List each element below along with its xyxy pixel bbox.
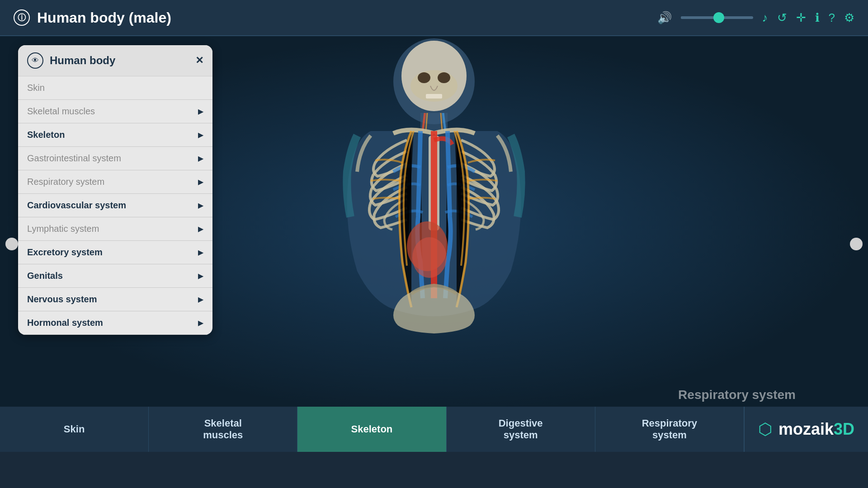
chevron-right-icon: ▶ (198, 131, 203, 139)
menu-item-lymphatic-system[interactable]: Lymphatic system▶ (18, 217, 212, 241)
volume-icon[interactable]: 🔊 (657, 11, 672, 25)
menu-item-gastrointestinal-system[interactable]: Gastrointestinal system▶ (18, 147, 212, 170)
menu-items-container: SkinSkeletal muscles▶Skeleton▶Gastrointe… (18, 76, 212, 335)
menu-item-respiratory-system[interactable]: Respiratory system▶ (18, 170, 212, 194)
bottom-tab-skeletal-muscles[interactable]: Skeletalmuscles (149, 407, 297, 452)
bottom-tab-respiratory-system[interactable]: Respiratorysystem (595, 407, 744, 452)
svg-point-4 (438, 72, 450, 83)
app-header: ⓘ Human body (male) 🔊 ♪ ↺ ✛ ℹ ? ⚙ (0, 0, 868, 36)
main-area: 👁 Human body ✕ SkinSkeletal muscles▶Skel… (0, 36, 868, 452)
mozaik-brand: ⬡ mozaik3D (744, 407, 868, 452)
reset-icon[interactable]: ↺ (777, 11, 787, 25)
respiratory-system-label: Respiratory system (678, 388, 796, 402)
chevron-right-icon: ▶ (198, 272, 203, 280)
bottom-tab-bar: SkinSkeletalmusclesSkeletonDigestivesyst… (0, 407, 868, 452)
right-dot[interactable] (850, 238, 863, 250)
bottom-tab-skin[interactable]: Skin (0, 407, 149, 452)
svg-point-3 (418, 72, 430, 83)
header-left: ⓘ Human body (male) (14, 9, 657, 26)
help-icon[interactable]: ? (829, 11, 835, 25)
chevron-right-icon: ▶ (198, 248, 203, 257)
chevron-right-icon: ▶ (198, 225, 203, 233)
chevron-right-icon: ▶ (198, 154, 203, 163)
left-dot[interactable] (5, 238, 18, 250)
menu-item-skeleton[interactable]: Skeleton▶ (18, 123, 212, 147)
menu-item-skeletal-muscles[interactable]: Skeletal muscles▶ (18, 100, 212, 123)
svg-rect-5 (426, 94, 442, 99)
chevron-right-icon: ▶ (198, 319, 203, 327)
menu-item-hormonal-system[interactable]: Hormonal system▶ (18, 311, 212, 335)
bottom-tab-skeleton[interactable]: Skeleton (297, 407, 446, 452)
svg-point-9 (412, 237, 447, 278)
menu-item-skin[interactable]: Skin (18, 76, 212, 100)
menu-item-genitals[interactable]: Genitals▶ (18, 264, 212, 288)
music-icon[interactable]: ♪ (762, 11, 768, 25)
volume-slider[interactable] (681, 16, 753, 19)
nav-panel: 👁 Human body ✕ SkinSkeletal muscles▶Skel… (18, 45, 212, 335)
settings-icon[interactable]: ⚙ (844, 11, 854, 25)
header-info-icon[interactable]: ⓘ (14, 9, 30, 26)
chevron-right-icon: ▶ (198, 178, 203, 186)
panel-close-button[interactable]: ✕ (195, 55, 203, 66)
chevron-right-icon: ▶ (198, 295, 203, 304)
info2-icon[interactable]: ℹ (815, 11, 820, 25)
nav-panel-header: 👁 Human body ✕ (18, 45, 212, 76)
panel-eye-icon: 👁 (27, 52, 43, 69)
app-title: Human body (male) (37, 9, 171, 26)
panel-title: Human body (50, 54, 189, 67)
menu-item-nervous-system[interactable]: Nervous system▶ (18, 288, 212, 311)
menu-item-cardiovascular-system[interactable]: Cardiovascular system▶ (18, 194, 212, 217)
mozaik-logo-icon: ⬡ (758, 420, 772, 439)
chevron-right-icon: ▶ (198, 107, 203, 116)
header-controls: 🔊 ♪ ↺ ✛ ℹ ? ⚙ (657, 11, 854, 25)
move-icon[interactable]: ✛ (796, 11, 806, 25)
bottom-tab-digestive-system[interactable]: Digestivesystem (447, 407, 595, 452)
brand-text: mozaik3D (778, 420, 854, 439)
menu-item-excretory-system[interactable]: Excretory system▶ (18, 241, 212, 264)
volume-knob[interactable] (713, 12, 724, 23)
chevron-right-icon: ▶ (198, 201, 203, 210)
